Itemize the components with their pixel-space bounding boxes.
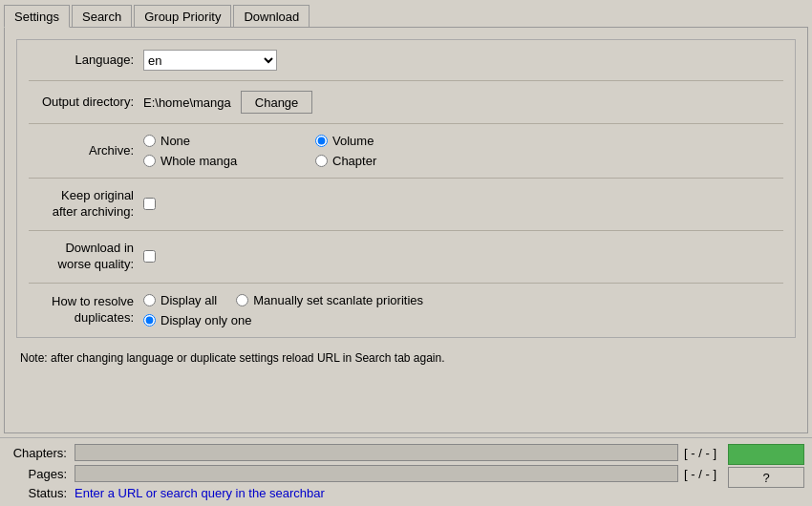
tab-bar: Settings Search Group Priority Download [0, 0, 812, 27]
language-controls: en fr de es ja ko zh [143, 50, 277, 71]
tab-download[interactable]: Download [233, 5, 310, 28]
bottom-bar: Chapters: [ - / - ] Pages: [ - / - ] [0, 437, 812, 506]
duplicates-controls: Display all Manually set scanlate priori… [143, 293, 423, 327]
keep-original-label: Keep original after archiving: [29, 188, 143, 221]
archive-whole-manga-label: Whole manga [160, 154, 237, 168]
chapters-count: [ - / - ] [684, 446, 716, 460]
archive-whole-manga-radio[interactable] [143, 155, 156, 167]
display-all-radio[interactable] [143, 294, 156, 306]
output-directory-controls: E:\home\manga Change [143, 91, 312, 114]
status-row: Status: Enter a URL or search query in t… [8, 486, 722, 500]
resolve-duplicates-row: How to resolve duplicates: Display all M… [29, 293, 783, 327]
pages-count: [ - / - ] [684, 467, 716, 481]
settings-panel: Language: en fr de es ja ko zh Output di… [4, 27, 808, 433]
pages-row: Pages: [ - / - ] [8, 465, 722, 482]
chapters-label: Chapters: [8, 446, 75, 460]
question-button[interactable]: ? [728, 467, 804, 488]
main-container: Settings Search Group Priority Download … [0, 0, 812, 506]
display-one-radio[interactable] [143, 314, 156, 327]
change-button[interactable]: Change [241, 91, 313, 114]
side-buttons: ? [728, 444, 804, 488]
note-text: Note: after changing language or duplica… [16, 346, 796, 365]
download-worse-label: Download in worse quality: [29, 241, 143, 273]
display-all-item: Display all [143, 293, 217, 307]
archive-chapter-label: Chapter [332, 154, 376, 168]
output-directory-row: Output directory: E:\home\manga Change [29, 91, 783, 124]
language-row: Language: en fr de es ja ko zh [29, 50, 783, 81]
status-text: Enter a URL or search query in the searc… [75, 486, 325, 500]
duplicates-top-row: Display all Manually set scanlate priori… [143, 293, 423, 307]
download-worse-checkbox-item [143, 250, 156, 263]
duplicates-bottom-row: Display only one [143, 313, 423, 327]
download-worse-row: Download in worse quality: [29, 241, 783, 284]
archive-chapter-radio[interactable] [315, 155, 328, 167]
chapters-row: Chapters: [ - / - ] [8, 444, 722, 461]
manual-priority-label: Manually set scanlate priorities [253, 293, 423, 307]
archive-volume-label: Volume [332, 134, 374, 148]
download-worse-controls [143, 250, 156, 263]
bottom-left: Chapters: [ - / - ] Pages: [ - / - ] [8, 444, 722, 500]
tab-search[interactable]: Search [72, 5, 132, 28]
manual-priority-item: Manually set scanlate priorities [236, 293, 423, 307]
tab-settings[interactable]: Settings [4, 5, 70, 28]
archive-chapter-item: Chapter [315, 154, 468, 168]
display-one-item: Display only one [143, 313, 251, 327]
archive-none-label: None [160, 134, 190, 148]
status-label: Status: [8, 486, 75, 500]
archive-volume-radio[interactable] [315, 135, 328, 147]
output-directory-label: Output directory: [29, 95, 143, 111]
keep-original-row: Keep original after archiving: [29, 188, 783, 231]
output-directory-path: E:\home\manga [143, 95, 231, 110]
pages-label: Pages: [8, 467, 75, 481]
archive-label: Archive: [29, 143, 143, 159]
archive-none-radio[interactable] [143, 135, 156, 147]
keep-original-checkbox-item [143, 198, 156, 210]
archive-controls: None Volume Whole manga Chapter [143, 134, 468, 168]
archive-volume-item: Volume [315, 134, 468, 148]
language-select[interactable]: en fr de es ja ko zh [143, 50, 277, 71]
tab-group-priority[interactable]: Group Priority [134, 5, 231, 28]
archive-none-item: None [143, 134, 296, 148]
settings-content: Language: en fr de es ja ko zh Output di… [16, 39, 796, 338]
display-all-label: Display all [160, 293, 217, 307]
manual-priority-radio[interactable] [236, 294, 248, 306]
download-worse-checkbox[interactable] [143, 250, 156, 263]
bottom-inner: Chapters: [ - / - ] Pages: [ - / - ] [8, 444, 804, 500]
archive-row: Archive: None Volume Whole manga [29, 134, 783, 179]
archive-whole-manga-item: Whole manga [143, 154, 296, 168]
pages-progress-bar [75, 465, 678, 482]
resolve-duplicates-label: How to resolve duplicates: [29, 294, 143, 327]
keep-original-controls [143, 198, 156, 210]
chapters-progress-bar [75, 444, 678, 461]
keep-original-checkbox[interactable] [143, 198, 156, 210]
language-label: Language: [29, 53, 143, 69]
green-button[interactable] [728, 444, 804, 465]
display-one-label: Display only one [160, 313, 251, 327]
